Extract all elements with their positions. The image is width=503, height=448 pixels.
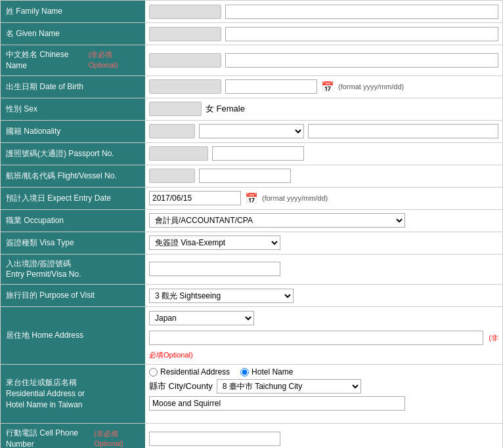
home-address-detail-input[interactable] — [149, 331, 483, 345]
taiwan-address-section: Residential Address Hotel Name 縣市 City/C… — [149, 367, 498, 411]
taiwan-city-select[interactable]: 8 臺中市 Taichung City — [217, 379, 361, 394]
entry-date-label: 預計入境日 Expect Entry Date — [1, 188, 145, 209]
visa-type-select[interactable]: 免簽證 Visa-Exempt — [149, 235, 280, 250]
dob-label: 出生日期 Date of Birth — [1, 76, 145, 98]
home-address-row: 居住地 Home Address Japan (非 必填Optional) — [1, 307, 502, 365]
nationality-input[interactable] — [308, 124, 498, 138]
purpose-row: 旅行目的 Purpose of Visit 3 觀光 Sightseeing — [1, 285, 502, 307]
dob-row: 出生日期 Date of Birth 📅 (format yyyy/mm/dd) — [1, 76, 502, 98]
home-address-value: Japan (非 必填Optional) — [145, 307, 502, 364]
cell-phone-label: 行動電話 Cell Phone Number(非必填Optional) — [1, 424, 145, 448]
family-name-blurred — [149, 5, 221, 19]
entry-permit-input[interactable] — [149, 262, 280, 276]
passport-row: 護照號碼(大通證) Passport No. — [1, 143, 502, 165]
chinese-name-input[interactable] — [225, 53, 498, 68]
sex-value: 女 Female — [145, 98, 502, 120]
entry-date-input[interactable] — [149, 191, 241, 205]
taiwan-city-row: 縣市 City/County 8 臺中市 Taichung City — [149, 379, 498, 394]
taiwan-address-radio-group: Residential Address Hotel Name — [149, 367, 498, 377]
dob-calendar-icon[interactable]: 📅 — [321, 81, 334, 93]
chinese-name-row: 中文姓名 Chinese Name(非必填Optional) — [1, 45, 502, 76]
sex-label: 性別 Sex — [1, 98, 145, 120]
taiwan-address-value: Residential Address Hotel Name 縣市 City/C… — [145, 365, 502, 423]
entry-date-value: 📅 (format yyyy/mm/dd) — [145, 188, 502, 209]
given-name-input[interactable] — [225, 27, 498, 41]
purpose-label: 旅行目的 Purpose of Visit — [1, 285, 145, 306]
home-address-country-line: Japan — [149, 310, 498, 327]
occupation-value: 會計員/ACCOUNTANT/CPA — [145, 210, 502, 232]
hotel-name-radio-label[interactable]: Hotel Name — [240, 367, 293, 377]
taiwan-address-label: 來台住址或飯店名稱Residential Address orHotel Nam… — [1, 365, 145, 423]
occupation-label: 職業 Occupation — [1, 210, 145, 232]
chinese-name-blurred — [149, 53, 221, 68]
family-name-value — [145, 1, 502, 22]
given-name-row: 名 Given Name — [1, 23, 502, 45]
passport-value — [145, 143, 502, 165]
given-name-value — [145, 23, 502, 45]
residential-address-radio-label[interactable]: Residential Address — [149, 367, 230, 377]
visa-type-row: 簽證種類 Visa Type 免簽證 Visa-Exempt — [1, 232, 502, 255]
family-name-input[interactable] — [225, 5, 498, 19]
nationality-blurred — [149, 124, 195, 138]
sex-row: 性別 Sex 女 Female — [1, 98, 502, 121]
home-address-detail-line: (非 — [149, 331, 498, 345]
given-name-label: 名 Given Name — [1, 23, 145, 45]
entry-date-row: 預計入境日 Expect Entry Date 📅 (format yyyy/m… — [1, 188, 502, 210]
occupation-select[interactable]: 會計員/ACCOUNTANT/CPA — [149, 213, 405, 228]
entry-date-calendar-icon[interactable]: 📅 — [245, 192, 258, 205]
nationality-row: 國籍 Nationality — [1, 121, 502, 143]
family-name-row: 姓 Family Name — [1, 1, 502, 23]
residential-address-radio[interactable] — [149, 368, 158, 377]
flight-value — [145, 165, 502, 187]
visa-type-label: 簽證種類 Visa Type — [1, 232, 145, 254]
dob-input[interactable] — [225, 79, 317, 94]
hotel-name-radio[interactable] — [240, 368, 249, 377]
purpose-select[interactable]: 3 觀光 Sightseeing — [149, 289, 294, 303]
taiwan-address-row: 來台住址或飯店名稱Residential Address orHotel Nam… — [1, 365, 502, 424]
passport-blurred — [149, 146, 208, 161]
visa-type-value: 免簽證 Visa-Exempt — [145, 232, 502, 254]
flight-input[interactable] — [199, 169, 291, 183]
home-address-label: 居住地 Home Address — [1, 307, 145, 364]
passport-label: 護照號碼(大通證) Passport No. — [1, 143, 145, 165]
cell-phone-value — [145, 424, 502, 448]
chinese-name-value — [145, 45, 502, 75]
form-container: 姓 Family Name 名 Given Name 中文姓名 Chinese … — [0, 0, 503, 448]
dob-value: 📅 (format yyyy/mm/dd) — [145, 76, 502, 98]
entry-permit-label: 入出境證/簽證號碼Entry Permit/Visa No. — [1, 255, 145, 285]
dob-blurred — [149, 79, 221, 94]
given-name-blurred — [149, 27, 221, 41]
passport-input[interactable] — [212, 146, 304, 161]
home-address-country-select[interactable]: Japan — [149, 311, 254, 325]
home-address-optional-line: 必填Optional) — [149, 349, 498, 361]
purpose-value: 3 觀光 Sightseeing — [145, 285, 502, 306]
chinese-name-label: 中文姓名 Chinese Name(非必填Optional) — [1, 45, 145, 75]
taiwan-hotel-input[interactable] — [149, 396, 405, 411]
flight-row: 航班/航名代碼 Flight/Vessel No. — [1, 165, 502, 188]
nationality-label: 國籍 Nationality — [1, 121, 145, 142]
sex-blurred — [149, 102, 202, 116]
nationality-select[interactable] — [199, 124, 304, 138]
entry-permit-row: 入出境證/簽證號碼Entry Permit/Visa No. — [1, 255, 502, 285]
cell-phone-row: 行動電話 Cell Phone Number(非必填Optional) — [1, 424, 502, 448]
flight-label: 航班/航名代碼 Flight/Vessel No. — [1, 165, 145, 187]
occupation-row: 職業 Occupation 會計員/ACCOUNTANT/CPA — [1, 210, 502, 232]
flight-blurred — [149, 169, 195, 183]
family-name-label: 姓 Family Name — [1, 1, 145, 22]
nationality-value — [145, 121, 502, 142]
entry-permit-value — [145, 255, 502, 285]
cell-phone-input[interactable] — [149, 432, 280, 446]
